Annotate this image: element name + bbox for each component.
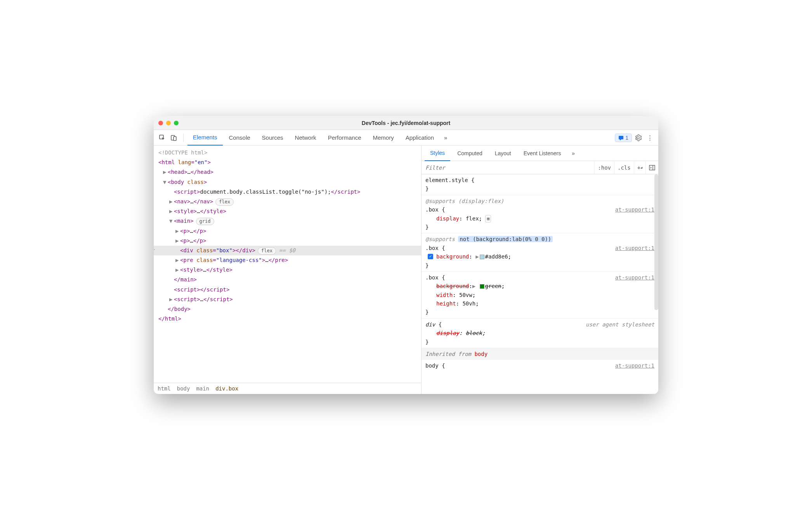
elements-panel: <!DOCTYPE html> <html lang="en"> ▶<head>… bbox=[154, 146, 422, 394]
rule-supports-flex[interactable]: @supports (display:flex) .box {at-suppor… bbox=[422, 195, 658, 234]
tab-memory[interactable]: Memory bbox=[368, 130, 399, 146]
close-button[interactable] bbox=[158, 121, 163, 125]
toggle-computed-sidebar-icon[interactable] bbox=[645, 161, 658, 174]
tab-elements[interactable]: Elements bbox=[187, 130, 223, 146]
flex-badge-2[interactable]: flex bbox=[258, 247, 276, 255]
breadcrumb: html body main div.box bbox=[154, 383, 421, 394]
device-toggle-icon[interactable] bbox=[168, 132, 179, 143]
dom-html-close[interactable]: </html> bbox=[154, 314, 421, 324]
dom-main-open[interactable]: ▼<main>grid bbox=[154, 216, 421, 226]
tab-styles[interactable]: Styles bbox=[425, 146, 450, 161]
dom-script-inline[interactable]: <script>document.body.classList.toggle("… bbox=[154, 187, 421, 197]
styles-panel: Styles Computed Layout Event Listeners »… bbox=[422, 146, 658, 394]
inherited-divider: Inherited from body bbox=[422, 348, 658, 360]
tab-performance[interactable]: Performance bbox=[323, 130, 367, 146]
rule-box[interactable]: .box {at-support:1 background:▶ green; w… bbox=[422, 272, 658, 319]
maximize-button[interactable] bbox=[174, 121, 179, 125]
inspect-icon[interactable] bbox=[157, 132, 168, 143]
svg-rect-4 bbox=[649, 165, 655, 170]
color-swatch[interactable] bbox=[480, 284, 484, 289]
source-link[interactable]: at-support:1 bbox=[615, 205, 654, 214]
dom-script-last[interactable]: ▶<script>…</script> bbox=[154, 295, 421, 304]
window-title: DevTools - jec.fyi/demo/at-support bbox=[154, 120, 658, 126]
rule-supports-not-lab[interactable]: @supports not (background:lab(0% 0 0)) .… bbox=[422, 233, 658, 272]
dom-style-1[interactable]: ▶<style>…</style> bbox=[154, 206, 421, 216]
issues-button[interactable]: 1 bbox=[615, 134, 632, 142]
rule-body[interactable]: body {at-support:1 bbox=[422, 360, 658, 371]
selected-marker: == $0 bbox=[279, 247, 295, 253]
crumb-divbox[interactable]: div.box bbox=[215, 385, 238, 392]
separator bbox=[183, 134, 184, 142]
dom-script-empty[interactable]: <script></script> bbox=[154, 285, 421, 295]
tab-console[interactable]: Console bbox=[224, 130, 256, 146]
tab-event-listeners[interactable]: Event Listeners bbox=[518, 146, 567, 161]
content-area: <!DOCTYPE html> <html lang="en"> ▶<head>… bbox=[154, 146, 658, 394]
styles-scrollbar[interactable] bbox=[654, 174, 658, 310]
dom-style-2[interactable]: ▶<style>…</style> bbox=[154, 265, 421, 275]
grid-badge[interactable]: grid bbox=[196, 218, 214, 225]
dom-div-box-selected[interactable]: <div class="box"></div>flex== $0 bbox=[154, 246, 421, 255]
dom-tree[interactable]: <!DOCTYPE html> <html lang="en"> ▶<head>… bbox=[154, 146, 421, 383]
source-link[interactable]: at-support:1 bbox=[615, 361, 654, 370]
rule-div-ua[interactable]: div {user agent stylesheet display: bloc… bbox=[422, 319, 658, 348]
source-link[interactable]: at-support:1 bbox=[615, 244, 654, 252]
styles-filter-input[interactable] bbox=[422, 165, 594, 171]
dom-body-open[interactable]: ▼<body class> bbox=[154, 177, 421, 187]
dom-html-open[interactable]: <html lang="en"> bbox=[154, 158, 421, 167]
crumb-main[interactable]: main bbox=[196, 385, 209, 392]
flex-badge[interactable]: flex bbox=[215, 198, 234, 206]
styles-tabs: Styles Computed Layout Event Listeners » bbox=[422, 146, 658, 161]
dom-p-1[interactable]: ▶<p>…</p> bbox=[154, 226, 421, 236]
crumb-html[interactable]: html bbox=[158, 385, 171, 392]
devtools-window: DevTools - jec.fyi/demo/at-support Eleme… bbox=[154, 116, 658, 394]
styles-rules: element.style { } @supports (display:fle… bbox=[422, 174, 658, 394]
dom-body-close[interactable]: </body> bbox=[154, 304, 421, 314]
tab-application[interactable]: Application bbox=[400, 130, 439, 146]
ua-stylesheet-label: user agent stylesheet bbox=[586, 320, 654, 329]
main-toolbar: Elements Console Sources Network Perform… bbox=[154, 130, 658, 146]
new-rule-button[interactable]: +◢ bbox=[634, 161, 645, 174]
issues-count: 1 bbox=[625, 135, 628, 141]
dom-doctype[interactable]: <!DOCTYPE html> bbox=[154, 148, 421, 158]
tab-layout[interactable]: Layout bbox=[489, 146, 517, 161]
settings-icon[interactable] bbox=[633, 132, 644, 143]
titlebar: DevTools - jec.fyi/demo/at-support bbox=[154, 116, 658, 130]
tab-network[interactable]: Network bbox=[290, 130, 322, 146]
crumb-body[interactable]: body bbox=[177, 385, 190, 392]
color-swatch[interactable] bbox=[480, 255, 484, 259]
prop-checkbox[interactable]: ✓ bbox=[428, 254, 433, 259]
more-tabs-icon[interactable]: » bbox=[440, 132, 451, 143]
dom-nav[interactable]: ▶<nav>…</nav>flex bbox=[154, 197, 421, 206]
more-styles-tabs-icon[interactable]: » bbox=[568, 148, 579, 159]
tab-computed[interactable]: Computed bbox=[452, 146, 488, 161]
more-menu-icon[interactable]: ⋮ bbox=[644, 132, 655, 143]
dom-main-close[interactable]: </main> bbox=[154, 275, 421, 284]
cls-button[interactable]: .cls bbox=[614, 161, 634, 174]
source-link[interactable]: at-support:1 bbox=[615, 273, 654, 282]
styles-filter-bar: :hov .cls +◢ bbox=[422, 161, 658, 174]
expand-shorthand-icon[interactable]: ▶ bbox=[475, 253, 479, 260]
flexbox-editor-icon[interactable]: ▦ bbox=[485, 215, 491, 223]
svg-rect-2 bbox=[174, 137, 176, 141]
dom-head[interactable]: ▶<head>…</head> bbox=[154, 167, 421, 177]
minimize-button[interactable] bbox=[166, 121, 171, 125]
traffic-lights bbox=[158, 121, 179, 125]
dom-pre[interactable]: ▶<pre class="language-css">…</pre> bbox=[154, 255, 421, 265]
expand-shorthand-icon[interactable]: ▶ bbox=[472, 283, 475, 289]
tab-sources[interactable]: Sources bbox=[257, 130, 289, 146]
hov-button[interactable]: :hov bbox=[594, 161, 614, 174]
rule-element-style[interactable]: element.style { } bbox=[422, 174, 658, 195]
svg-rect-3 bbox=[619, 136, 623, 139]
dom-p-2[interactable]: ▶<p>…</p> bbox=[154, 236, 421, 246]
